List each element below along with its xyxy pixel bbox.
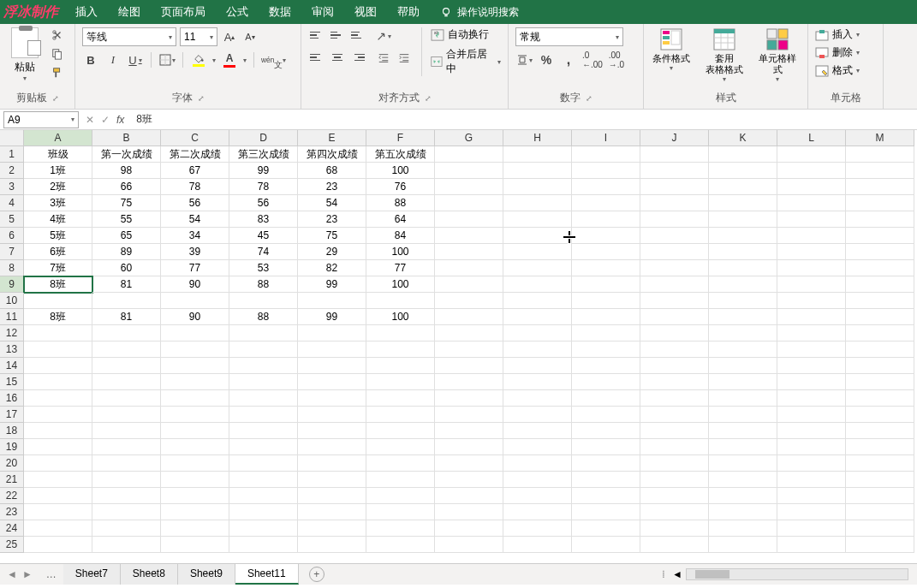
cell[interactable] — [709, 276, 777, 293]
column-header[interactable]: J — [640, 130, 709, 146]
row-header[interactable]: 8 — [0, 260, 24, 276]
cell[interactable] — [846, 488, 914, 504]
cell[interactable] — [640, 455, 709, 472]
cell[interactable] — [161, 537, 229, 553]
column-header[interactable]: H — [503, 130, 572, 146]
cell[interactable] — [298, 439, 366, 455]
cell[interactable]: 88 — [366, 195, 435, 211]
cell[interactable] — [572, 163, 640, 179]
cell[interactable] — [435, 293, 503, 309]
cell[interactable] — [298, 374, 366, 390]
row-header[interactable]: 11 — [0, 309, 24, 325]
cell[interactable] — [777, 342, 846, 358]
cell[interactable] — [503, 228, 572, 244]
cell[interactable]: 68 — [298, 163, 366, 179]
copy-button[interactable] — [48, 46, 67, 62]
cell[interactable] — [435, 163, 503, 179]
cell[interactable] — [298, 390, 366, 407]
cell[interactable] — [24, 342, 92, 358]
menu-item-绘图[interactable]: 绘图 — [118, 4, 140, 20]
sheet-tab[interactable]: Sheet8 — [121, 564, 178, 585]
column-header[interactable]: D — [229, 130, 298, 146]
cell[interactable] — [572, 260, 640, 276]
cell[interactable] — [709, 228, 777, 244]
cell[interactable] — [640, 488, 709, 504]
cell[interactable] — [709, 342, 777, 358]
cell[interactable] — [503, 504, 572, 520]
number-format-select[interactable]: 常规▾ — [515, 27, 623, 46]
cell[interactable] — [640, 504, 709, 520]
cell[interactable] — [846, 374, 914, 390]
cell[interactable] — [92, 488, 161, 504]
cell[interactable] — [640, 472, 709, 488]
cell[interactable] — [366, 325, 435, 342]
cell[interactable] — [846, 325, 914, 342]
align-right-button[interactable] — [349, 50, 366, 65]
cell[interactable]: 81 — [92, 276, 161, 293]
cell[interactable] — [709, 390, 777, 407]
cell[interactable]: 8班 — [24, 309, 92, 325]
cell[interactable]: 8班 — [24, 276, 92, 293]
cell[interactable] — [503, 488, 572, 504]
cell[interactable] — [24, 455, 92, 472]
accounting-format-button[interactable]: ▾ — [515, 51, 533, 68]
column-header[interactable]: E — [298, 130, 366, 146]
cell[interactable] — [572, 374, 640, 390]
cell[interactable] — [777, 390, 846, 407]
cell[interactable]: 45 — [229, 228, 298, 244]
cell[interactable] — [435, 390, 503, 407]
cell[interactable] — [229, 358, 298, 374]
italic-button[interactable]: I — [104, 51, 122, 68]
cell[interactable]: 第一次成绩 — [92, 146, 161, 163]
cell[interactable] — [777, 195, 846, 211]
cell[interactable] — [229, 455, 298, 472]
fx-button[interactable]: fx — [116, 114, 124, 126]
cell[interactable] — [503, 195, 572, 211]
cell[interactable] — [24, 358, 92, 374]
cell[interactable] — [161, 488, 229, 504]
cell[interactable] — [24, 439, 92, 455]
cell[interactable] — [229, 472, 298, 488]
cell[interactable] — [229, 439, 298, 455]
row-header[interactable]: 7 — [0, 244, 24, 260]
cell[interactable] — [572, 520, 640, 537]
cell[interactable] — [572, 228, 640, 244]
cell[interactable]: 23 — [298, 179, 366, 195]
column-header[interactable]: G — [435, 130, 503, 146]
cell[interactable] — [229, 423, 298, 439]
cell[interactable] — [640, 325, 709, 342]
sheet-tab[interactable]: Sheet7 — [63, 564, 121, 585]
cell[interactable] — [846, 146, 914, 163]
cell[interactable] — [366, 342, 435, 358]
cell[interactable]: 4班 — [24, 211, 92, 228]
cell[interactable]: 99 — [229, 163, 298, 179]
align-middle-button[interactable] — [329, 27, 346, 43]
insert-cells-button[interactable]: 插入▾ — [815, 27, 860, 42]
cell[interactable] — [503, 179, 572, 195]
cell[interactable] — [777, 488, 846, 504]
cell[interactable] — [846, 211, 914, 228]
formula-input[interactable]: 8班 — [131, 112, 917, 127]
cell[interactable]: 7班 — [24, 260, 92, 276]
name-box[interactable]: A9▾ — [3, 111, 79, 128]
cell[interactable] — [24, 520, 92, 537]
font-size-select[interactable]: 11▾ — [180, 27, 217, 46]
cell[interactable] — [572, 244, 640, 260]
cell[interactable] — [572, 211, 640, 228]
cell[interactable] — [298, 325, 366, 342]
cell[interactable]: 78 — [229, 179, 298, 195]
sheet-nav-more[interactable]: … — [39, 568, 63, 580]
row-header[interactable]: 19 — [0, 439, 24, 455]
cell[interactable] — [92, 325, 161, 342]
cell[interactable] — [846, 472, 914, 488]
cell[interactable] — [298, 472, 366, 488]
cell[interactable] — [229, 488, 298, 504]
cell[interactable] — [366, 374, 435, 390]
cell[interactable] — [92, 472, 161, 488]
horizontal-scrollbar[interactable] — [686, 568, 908, 580]
cell[interactable] — [709, 407, 777, 423]
decrease-font-button[interactable]: A▾ — [241, 28, 259, 45]
cell[interactable] — [709, 260, 777, 276]
paste-button[interactable]: 粘贴 ▾ — [7, 27, 43, 82]
cell[interactable] — [161, 342, 229, 358]
